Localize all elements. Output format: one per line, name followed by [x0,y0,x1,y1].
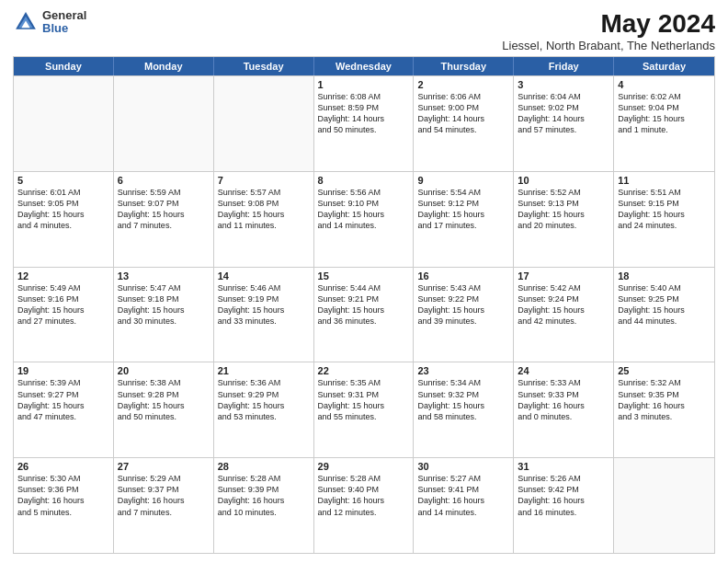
day-number: 18 [618,270,711,282]
logo: General Blue [13,9,86,36]
day-info: Sunrise: 6:04 AMSunset: 9:02 PMDaylight:… [518,91,609,136]
day-cell-28: 28Sunrise: 5:28 AMSunset: 9:39 PMDayligh… [214,458,314,553]
day-cell-11: 11Sunrise: 5:51 AMSunset: 9:15 PMDayligh… [614,172,714,267]
day-cell-25: 25Sunrise: 5:32 AMSunset: 9:35 PMDayligh… [614,362,714,457]
day-info: Sunrise: 5:47 AMSunset: 9:18 PMDaylight:… [118,282,210,327]
day-info: Sunrise: 5:27 AMSunset: 9:41 PMDaylight:… [417,473,509,518]
day-number: 3 [518,79,609,90]
day-info: Sunrise: 5:26 AMSunset: 9:42 PMDaylight:… [518,473,609,518]
logo-blue-label: Blue [42,22,86,35]
day-cell-5: 5Sunrise: 6:01 AMSunset: 9:05 PMDaylight… [14,172,114,267]
day-number: 27 [118,461,210,472]
day-cell-26: 26Sunrise: 5:30 AMSunset: 9:36 PMDayligh… [14,458,114,553]
day-cell-14: 14Sunrise: 5:46 AMSunset: 9:19 PMDayligh… [214,268,314,362]
day-cell-19: 19Sunrise: 5:39 AMSunset: 9:27 PMDayligh… [14,362,114,457]
day-number: 28 [218,461,310,472]
day-number: 30 [417,461,509,472]
calendar-body: 1Sunrise: 6:08 AMSunset: 8:59 PMDaylight… [14,75,714,553]
day-info: Sunrise: 5:42 AMSunset: 9:24 PMDaylight:… [518,282,609,327]
day-info: Sunrise: 5:36 AMSunset: 9:29 PMDaylight:… [218,377,310,422]
day-cell-2: 2Sunrise: 6:06 AMSunset: 9:00 PMDaylight… [414,76,514,171]
day-cell-24: 24Sunrise: 5:33 AMSunset: 9:33 PMDayligh… [514,362,614,457]
day-cell-27: 27Sunrise: 5:29 AMSunset: 9:37 PMDayligh… [114,458,214,553]
day-number: 4 [618,79,711,90]
day-number: 6 [118,175,210,186]
day-header-monday: Monday [114,57,214,75]
day-info: Sunrise: 5:28 AMSunset: 9:39 PMDaylight:… [218,473,310,518]
day-cell-4: 4Sunrise: 6:02 AMSunset: 9:04 PMDaylight… [614,76,714,171]
day-cell-22: 22Sunrise: 5:35 AMSunset: 9:31 PMDayligh… [314,362,415,457]
day-number: 10 [518,175,609,186]
calendar: SundayMondayTuesdayWednesdayThursdayFrid… [13,56,715,554]
day-cell-8: 8Sunrise: 5:56 AMSunset: 9:10 PMDaylight… [314,172,415,267]
day-cell-7: 7Sunrise: 5:57 AMSunset: 9:08 PMDaylight… [214,172,314,267]
day-cell-1: 1Sunrise: 6:08 AMSunset: 8:59 PMDaylight… [314,76,415,171]
day-number: 31 [518,461,609,472]
day-cell-15: 15Sunrise: 5:44 AMSunset: 9:21 PMDayligh… [314,268,415,362]
day-number: 13 [118,270,210,282]
logo-text: General Blue [42,9,86,36]
day-info: Sunrise: 6:08 AMSunset: 8:59 PMDaylight:… [318,91,410,136]
day-info: Sunrise: 5:40 AMSunset: 9:25 PMDaylight:… [618,282,711,327]
day-cell-13: 13Sunrise: 5:47 AMSunset: 9:18 PMDayligh… [114,268,214,362]
week-row-5: 26Sunrise: 5:30 AMSunset: 9:36 PMDayligh… [14,457,714,553]
day-number: 8 [318,175,410,186]
day-cell-31: 31Sunrise: 5:26 AMSunset: 9:42 PMDayligh… [514,458,614,553]
week-row-3: 12Sunrise: 5:49 AMSunset: 9:16 PMDayligh… [14,267,714,362]
day-info: Sunrise: 6:01 AMSunset: 9:05 PMDaylight:… [17,187,109,232]
day-number: 23 [417,365,509,376]
day-header-wednesday: Wednesday [314,57,415,75]
day-info: Sunrise: 5:56 AMSunset: 9:10 PMDaylight:… [318,187,410,232]
day-number: 11 [618,175,711,186]
day-info: Sunrise: 5:34 AMSunset: 9:32 PMDaylight:… [417,377,509,422]
day-cell-12: 12Sunrise: 5:49 AMSunset: 9:16 PMDayligh… [14,268,114,362]
day-number: 26 [17,461,109,472]
week-row-2: 5Sunrise: 6:01 AMSunset: 9:05 PMDaylight… [14,171,714,267]
day-header-friday: Friday [514,57,614,75]
empty-cell [614,458,714,553]
header: General Blue May 2024 Liessel, North Bra… [13,9,715,52]
location: Liessel, North Brabant, The Netherlands [502,39,715,52]
day-number: 14 [218,270,310,282]
day-number: 16 [417,270,509,282]
day-number: 17 [518,270,609,282]
empty-cell [214,76,314,171]
day-number: 24 [518,365,609,376]
week-row-1: 1Sunrise: 6:08 AMSunset: 8:59 PMDaylight… [14,75,714,171]
day-info: Sunrise: 5:29 AMSunset: 9:37 PMDaylight:… [118,473,210,518]
day-number: 19 [17,365,109,376]
empty-cell [14,76,114,171]
day-header-saturday: Saturday [614,57,714,75]
day-info: Sunrise: 5:49 AMSunset: 9:16 PMDaylight:… [17,282,109,327]
day-cell-6: 6Sunrise: 5:59 AMSunset: 9:07 PMDaylight… [114,172,214,267]
day-info: Sunrise: 5:54 AMSunset: 9:12 PMDaylight:… [417,187,509,232]
day-info: Sunrise: 5:51 AMSunset: 9:15 PMDaylight:… [618,187,711,232]
day-info: Sunrise: 5:44 AMSunset: 9:21 PMDaylight:… [318,282,410,327]
day-cell-29: 29Sunrise: 5:28 AMSunset: 9:40 PMDayligh… [314,458,415,553]
day-info: Sunrise: 5:35 AMSunset: 9:31 PMDaylight:… [318,377,410,422]
day-number: 5 [17,175,109,186]
day-header-thursday: Thursday [414,57,514,75]
day-cell-16: 16Sunrise: 5:43 AMSunset: 9:22 PMDayligh… [414,268,514,362]
day-number: 2 [417,79,509,90]
day-number: 20 [118,365,210,376]
day-number: 9 [417,175,509,186]
day-info: Sunrise: 5:33 AMSunset: 9:33 PMDaylight:… [518,377,609,422]
title-block: May 2024 Liessel, North Brabant, The Net… [502,9,715,52]
day-info: Sunrise: 5:28 AMSunset: 9:40 PMDaylight:… [318,473,410,518]
day-number: 25 [618,365,711,376]
day-cell-17: 17Sunrise: 5:42 AMSunset: 9:24 PMDayligh… [514,268,614,362]
day-info: Sunrise: 5:46 AMSunset: 9:19 PMDaylight:… [218,282,310,327]
day-number: 12 [17,270,109,282]
day-header-tuesday: Tuesday [214,57,314,75]
day-info: Sunrise: 5:43 AMSunset: 9:22 PMDaylight:… [417,282,509,327]
month-title: May 2024 [502,9,715,39]
day-number: 15 [318,270,410,282]
day-info: Sunrise: 6:06 AMSunset: 9:00 PMDaylight:… [417,91,509,136]
logo-icon [13,9,39,35]
day-number: 7 [218,175,310,186]
day-info: Sunrise: 5:30 AMSunset: 9:36 PMDaylight:… [17,473,109,518]
logo-general-label: General [42,9,86,22]
page: General Blue May 2024 Liessel, North Bra… [0,0,728,563]
day-info: Sunrise: 5:39 AMSunset: 9:27 PMDaylight:… [17,377,109,422]
